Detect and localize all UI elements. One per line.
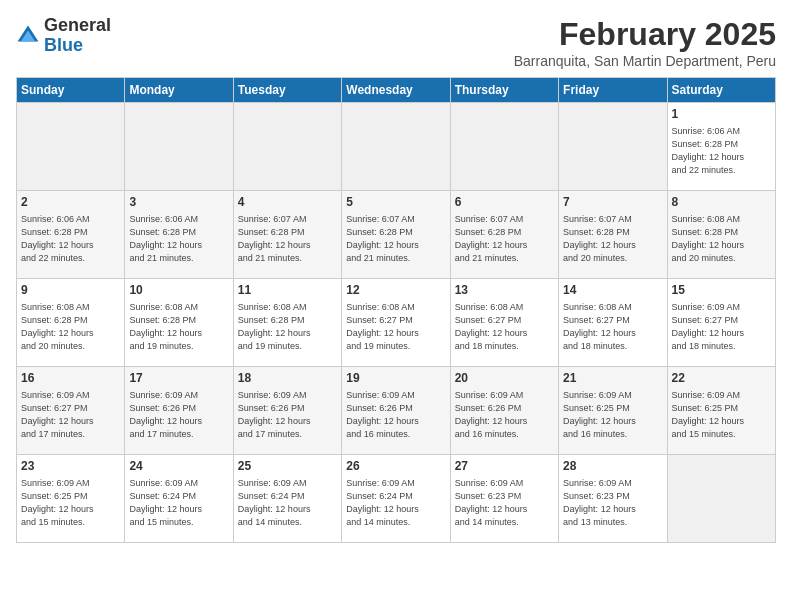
cell-info: Sunrise: 6:07 AM Sunset: 6:28 PM Dayligh… xyxy=(455,213,554,265)
cell-info: Sunrise: 6:07 AM Sunset: 6:28 PM Dayligh… xyxy=(563,213,662,265)
day-number: 13 xyxy=(455,282,554,299)
calendar-table: SundayMondayTuesdayWednesdayThursdayFrid… xyxy=(16,77,776,543)
header-saturday: Saturday xyxy=(667,78,775,103)
month-title: February 2025 xyxy=(514,16,776,53)
day-number: 2 xyxy=(21,194,120,211)
week-row-2: 2Sunrise: 6:06 AM Sunset: 6:28 PM Daylig… xyxy=(17,191,776,279)
calendar-cell: 18Sunrise: 6:09 AM Sunset: 6:26 PM Dayli… xyxy=(233,367,341,455)
day-number: 4 xyxy=(238,194,337,211)
day-number: 20 xyxy=(455,370,554,387)
calendar-cell: 23Sunrise: 6:09 AM Sunset: 6:25 PM Dayli… xyxy=(17,455,125,543)
calendar-cell: 6Sunrise: 6:07 AM Sunset: 6:28 PM Daylig… xyxy=(450,191,558,279)
calendar-cell: 3Sunrise: 6:06 AM Sunset: 6:28 PM Daylig… xyxy=(125,191,233,279)
calendar-cell: 27Sunrise: 6:09 AM Sunset: 6:23 PM Dayli… xyxy=(450,455,558,543)
calendar-cell: 9Sunrise: 6:08 AM Sunset: 6:28 PM Daylig… xyxy=(17,279,125,367)
calendar-cell: 4Sunrise: 6:07 AM Sunset: 6:28 PM Daylig… xyxy=(233,191,341,279)
day-number: 1 xyxy=(672,106,771,123)
header-monday: Monday xyxy=(125,78,233,103)
calendar-cell xyxy=(17,103,125,191)
header-thursday: Thursday xyxy=(450,78,558,103)
page-header: General Blue February 2025 Barranquita, … xyxy=(16,16,776,69)
header-friday: Friday xyxy=(559,78,667,103)
calendar-cell: 5Sunrise: 6:07 AM Sunset: 6:28 PM Daylig… xyxy=(342,191,450,279)
cell-info: Sunrise: 6:09 AM Sunset: 6:26 PM Dayligh… xyxy=(346,389,445,441)
day-number: 6 xyxy=(455,194,554,211)
calendar-cell xyxy=(342,103,450,191)
header-sunday: Sunday xyxy=(17,78,125,103)
day-number: 28 xyxy=(563,458,662,475)
cell-info: Sunrise: 6:07 AM Sunset: 6:28 PM Dayligh… xyxy=(346,213,445,265)
week-row-4: 16Sunrise: 6:09 AM Sunset: 6:27 PM Dayli… xyxy=(17,367,776,455)
calendar-cell: 26Sunrise: 6:09 AM Sunset: 6:24 PM Dayli… xyxy=(342,455,450,543)
cell-info: Sunrise: 6:08 AM Sunset: 6:27 PM Dayligh… xyxy=(455,301,554,353)
calendar-cell xyxy=(450,103,558,191)
cell-info: Sunrise: 6:08 AM Sunset: 6:27 PM Dayligh… xyxy=(346,301,445,353)
day-number: 7 xyxy=(563,194,662,211)
calendar-cell: 21Sunrise: 6:09 AM Sunset: 6:25 PM Dayli… xyxy=(559,367,667,455)
day-number: 24 xyxy=(129,458,228,475)
day-number: 27 xyxy=(455,458,554,475)
calendar-cell xyxy=(233,103,341,191)
calendar-cell: 17Sunrise: 6:09 AM Sunset: 6:26 PM Dayli… xyxy=(125,367,233,455)
calendar-cell: 16Sunrise: 6:09 AM Sunset: 6:27 PM Dayli… xyxy=(17,367,125,455)
cell-info: Sunrise: 6:09 AM Sunset: 6:24 PM Dayligh… xyxy=(129,477,228,529)
day-number: 8 xyxy=(672,194,771,211)
calendar-cell: 15Sunrise: 6:09 AM Sunset: 6:27 PM Dayli… xyxy=(667,279,775,367)
cell-info: Sunrise: 6:06 AM Sunset: 6:28 PM Dayligh… xyxy=(129,213,228,265)
cell-info: Sunrise: 6:08 AM Sunset: 6:27 PM Dayligh… xyxy=(563,301,662,353)
cell-info: Sunrise: 6:09 AM Sunset: 6:25 PM Dayligh… xyxy=(563,389,662,441)
logo-icon xyxy=(16,24,40,48)
cell-info: Sunrise: 6:08 AM Sunset: 6:28 PM Dayligh… xyxy=(238,301,337,353)
cell-info: Sunrise: 6:08 AM Sunset: 6:28 PM Dayligh… xyxy=(21,301,120,353)
cell-info: Sunrise: 6:09 AM Sunset: 6:26 PM Dayligh… xyxy=(455,389,554,441)
cell-info: Sunrise: 6:09 AM Sunset: 6:26 PM Dayligh… xyxy=(129,389,228,441)
day-number: 10 xyxy=(129,282,228,299)
calendar-cell: 25Sunrise: 6:09 AM Sunset: 6:24 PM Dayli… xyxy=(233,455,341,543)
title-block: February 2025 Barranquita, San Martin De… xyxy=(514,16,776,69)
logo-blue-text: Blue xyxy=(44,35,83,55)
cell-info: Sunrise: 6:09 AM Sunset: 6:27 PM Dayligh… xyxy=(672,301,771,353)
calendar-cell: 28Sunrise: 6:09 AM Sunset: 6:23 PM Dayli… xyxy=(559,455,667,543)
day-number: 5 xyxy=(346,194,445,211)
cell-info: Sunrise: 6:09 AM Sunset: 6:23 PM Dayligh… xyxy=(563,477,662,529)
calendar-cell: 20Sunrise: 6:09 AM Sunset: 6:26 PM Dayli… xyxy=(450,367,558,455)
calendar-cell: 11Sunrise: 6:08 AM Sunset: 6:28 PM Dayli… xyxy=(233,279,341,367)
week-row-1: 1Sunrise: 6:06 AM Sunset: 6:28 PM Daylig… xyxy=(17,103,776,191)
calendar-cell xyxy=(125,103,233,191)
calendar-cell: 10Sunrise: 6:08 AM Sunset: 6:28 PM Dayli… xyxy=(125,279,233,367)
cell-info: Sunrise: 6:09 AM Sunset: 6:24 PM Dayligh… xyxy=(346,477,445,529)
cell-info: Sunrise: 6:09 AM Sunset: 6:25 PM Dayligh… xyxy=(21,477,120,529)
calendar-cell: 1Sunrise: 6:06 AM Sunset: 6:28 PM Daylig… xyxy=(667,103,775,191)
logo-general-text: General xyxy=(44,15,111,35)
day-number: 9 xyxy=(21,282,120,299)
cell-info: Sunrise: 6:06 AM Sunset: 6:28 PM Dayligh… xyxy=(21,213,120,265)
days-header-row: SundayMondayTuesdayWednesdayThursdayFrid… xyxy=(17,78,776,103)
day-number: 19 xyxy=(346,370,445,387)
day-number: 12 xyxy=(346,282,445,299)
calendar-cell: 14Sunrise: 6:08 AM Sunset: 6:27 PM Dayli… xyxy=(559,279,667,367)
cell-info: Sunrise: 6:06 AM Sunset: 6:28 PM Dayligh… xyxy=(672,125,771,177)
header-tuesday: Tuesday xyxy=(233,78,341,103)
day-number: 11 xyxy=(238,282,337,299)
calendar-cell xyxy=(667,455,775,543)
day-number: 21 xyxy=(563,370,662,387)
week-row-3: 9Sunrise: 6:08 AM Sunset: 6:28 PM Daylig… xyxy=(17,279,776,367)
calendar-cell: 8Sunrise: 6:08 AM Sunset: 6:28 PM Daylig… xyxy=(667,191,775,279)
cell-info: Sunrise: 6:09 AM Sunset: 6:24 PM Dayligh… xyxy=(238,477,337,529)
header-wednesday: Wednesday xyxy=(342,78,450,103)
week-row-5: 23Sunrise: 6:09 AM Sunset: 6:25 PM Dayli… xyxy=(17,455,776,543)
calendar-cell: 19Sunrise: 6:09 AM Sunset: 6:26 PM Dayli… xyxy=(342,367,450,455)
day-number: 23 xyxy=(21,458,120,475)
day-number: 14 xyxy=(563,282,662,299)
cell-info: Sunrise: 6:08 AM Sunset: 6:28 PM Dayligh… xyxy=(129,301,228,353)
day-number: 26 xyxy=(346,458,445,475)
cell-info: Sunrise: 6:09 AM Sunset: 6:26 PM Dayligh… xyxy=(238,389,337,441)
calendar-cell: 22Sunrise: 6:09 AM Sunset: 6:25 PM Dayli… xyxy=(667,367,775,455)
day-number: 16 xyxy=(21,370,120,387)
day-number: 25 xyxy=(238,458,337,475)
day-number: 17 xyxy=(129,370,228,387)
calendar-cell xyxy=(559,103,667,191)
day-number: 22 xyxy=(672,370,771,387)
calendar-cell: 2Sunrise: 6:06 AM Sunset: 6:28 PM Daylig… xyxy=(17,191,125,279)
cell-info: Sunrise: 6:09 AM Sunset: 6:25 PM Dayligh… xyxy=(672,389,771,441)
